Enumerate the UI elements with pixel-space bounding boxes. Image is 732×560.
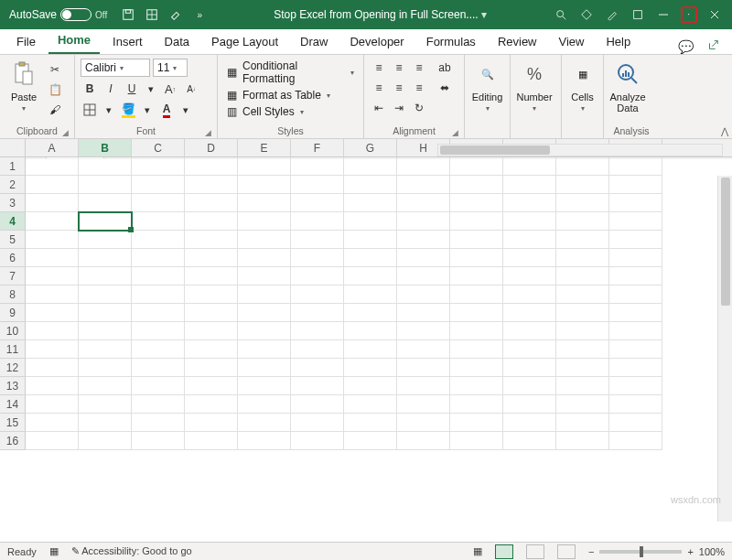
- cell[interactable]: [185, 340, 238, 359]
- cell[interactable]: [291, 304, 344, 322]
- cell[interactable]: [450, 395, 503, 414]
- cell[interactable]: [79, 267, 132, 285]
- row-header[interactable]: 9: [0, 304, 26, 322]
- cell[interactable]: [503, 340, 556, 359]
- indent-inc-icon[interactable]: ⇥: [390, 99, 408, 117]
- cell[interactable]: [132, 285, 185, 304]
- cell[interactable]: [556, 194, 609, 212]
- cell[interactable]: [344, 249, 397, 267]
- align-bottom-icon[interactable]: ≡: [410, 59, 428, 77]
- cell[interactable]: [556, 285, 609, 304]
- tab-page-layout[interactable]: Page Layout: [202, 29, 287, 54]
- column-header[interactable]: C: [132, 139, 185, 156]
- zoom-slider[interactable]: [599, 550, 682, 554]
- analyze-data-button[interactable]: Analyze Data: [609, 59, 646, 113]
- cell[interactable]: [26, 212, 79, 231]
- cell[interactable]: [397, 377, 450, 395]
- font-name-combo[interactable]: Calibri▾: [81, 59, 150, 77]
- zoom-in-button[interactable]: +: [687, 546, 693, 557]
- cell[interactable]: [132, 212, 185, 231]
- font-size-combo[interactable]: 11▾: [153, 59, 188, 77]
- cell[interactable]: [344, 231, 397, 249]
- row-header[interactable]: 2: [0, 176, 26, 194]
- cell[interactable]: [132, 395, 185, 414]
- cell[interactable]: [79, 340, 132, 359]
- cell[interactable]: [609, 212, 662, 231]
- accessibility-status[interactable]: ✎ Accessibility: Good to go: [71, 545, 192, 557]
- shrink-font-icon[interactable]: A↓: [182, 80, 200, 98]
- cell[interactable]: [556, 304, 609, 322]
- select-all-triangle[interactable]: [0, 139, 26, 156]
- tab-file[interactable]: File: [7, 29, 45, 54]
- cell[interactable]: [185, 432, 238, 450]
- close-button[interactable]: [706, 6, 723, 23]
- cell[interactable]: [238, 212, 291, 231]
- cell[interactable]: [26, 285, 79, 304]
- cell[interactable]: [185, 157, 238, 176]
- cell[interactable]: [291, 231, 344, 249]
- cell[interactable]: [556, 249, 609, 267]
- borders-icon[interactable]: [81, 101, 99, 119]
- cell[interactable]: [238, 231, 291, 249]
- share-icon[interactable]: [701, 38, 725, 54]
- cell[interactable]: [79, 322, 132, 340]
- cell[interactable]: [26, 414, 79, 432]
- cell[interactable]: [344, 212, 397, 231]
- cell[interactable]: [503, 395, 556, 414]
- cell[interactable]: [450, 249, 503, 267]
- cell[interactable]: [132, 340, 185, 359]
- cell[interactable]: [79, 176, 132, 194]
- cell[interactable]: [291, 194, 344, 212]
- cell[interactable]: [609, 194, 662, 212]
- row-header[interactable]: 15: [0, 414, 26, 432]
- cell[interactable]: [79, 249, 132, 267]
- cell[interactable]: [238, 194, 291, 212]
- row-header[interactable]: 13: [0, 377, 26, 395]
- tab-insert[interactable]: Insert: [103, 29, 152, 54]
- align-left-icon[interactable]: ≡: [370, 79, 388, 97]
- cell[interactable]: [291, 432, 344, 450]
- cell[interactable]: [132, 377, 185, 395]
- cell[interactable]: [609, 249, 662, 267]
- cell[interactable]: [291, 249, 344, 267]
- maximize-button[interactable]: [681, 6, 697, 23]
- cell[interactable]: [185, 414, 238, 432]
- cell[interactable]: [503, 414, 556, 432]
- cell[interactable]: [185, 194, 238, 212]
- cell[interactable]: [556, 231, 609, 249]
- cell[interactable]: [503, 359, 556, 377]
- row-header[interactable]: 4: [0, 212, 26, 231]
- cell[interactable]: [185, 359, 238, 377]
- cell[interactable]: [397, 194, 450, 212]
- cell[interactable]: [609, 340, 662, 359]
- cell[interactable]: [132, 194, 185, 212]
- row-header[interactable]: 12: [0, 359, 26, 377]
- cell[interactable]: [609, 231, 662, 249]
- column-header[interactable]: D: [185, 139, 238, 156]
- cell[interactable]: [609, 432, 662, 450]
- cell[interactable]: [344, 432, 397, 450]
- cell[interactable]: [397, 359, 450, 377]
- cell[interactable]: [450, 377, 503, 395]
- cell[interactable]: [132, 414, 185, 432]
- cell[interactable]: [556, 359, 609, 377]
- cell[interactable]: [503, 231, 556, 249]
- display-settings-icon[interactable]: ▦: [473, 545, 482, 557]
- cell[interactable]: [344, 267, 397, 285]
- dialog-launcher-icon[interactable]: ◢: [62, 128, 69, 137]
- editing-button[interactable]: 🔍Editing▾: [470, 59, 504, 113]
- cell[interactable]: [132, 157, 185, 176]
- row-header[interactable]: 10: [0, 322, 26, 340]
- cell[interactable]: [450, 231, 503, 249]
- cell[interactable]: [185, 212, 238, 231]
- cell[interactable]: [503, 267, 556, 285]
- cell[interactable]: [291, 285, 344, 304]
- minimize-button[interactable]: [655, 6, 672, 23]
- cell[interactable]: [79, 395, 132, 414]
- font-color-icon[interactable]: A: [157, 101, 176, 119]
- cells-button[interactable]: ▦Cells▾: [567, 59, 597, 113]
- cell[interactable]: [450, 340, 503, 359]
- cell[interactable]: [503, 432, 556, 450]
- cell[interactable]: [132, 432, 185, 450]
- cell[interactable]: [238, 249, 291, 267]
